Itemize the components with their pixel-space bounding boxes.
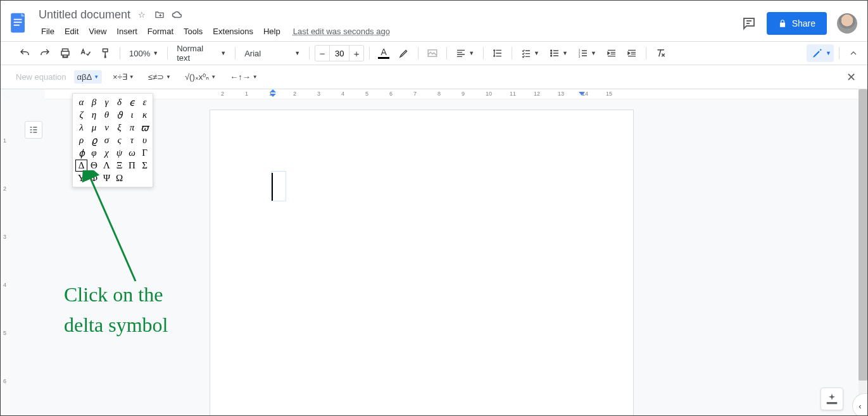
vertical-scrollbar[interactable] bbox=[859, 89, 867, 415]
greek-letter-ψ[interactable]: ψ bbox=[113, 147, 125, 159]
menu-format[interactable]: Format bbox=[142, 24, 179, 39]
greek-letter-ϖ[interactable]: ϖ bbox=[139, 122, 151, 134]
ruler-tick: 6 bbox=[3, 378, 6, 384]
menu-edit[interactable]: Edit bbox=[60, 24, 84, 39]
greek-letter-ϵ[interactable]: ϵ bbox=[126, 96, 138, 108]
spellcheck-button[interactable] bbox=[77, 44, 94, 62]
editing-mode-button[interactable]: ▼ bbox=[807, 44, 834, 62]
greek-letter-ξ[interactable]: ξ bbox=[113, 122, 125, 134]
scrollbar-thumb[interactable] bbox=[859, 89, 867, 381]
menu-tools[interactable]: Tools bbox=[179, 24, 208, 39]
align-button[interactable]: ▼ bbox=[452, 44, 478, 62]
eq-arrows-button[interactable]: ←↑→▼ bbox=[227, 70, 260, 84]
greek-letter-χ[interactable]: χ bbox=[101, 147, 113, 159]
greek-letter-α[interactable]: α bbox=[75, 96, 87, 108]
page[interactable] bbox=[210, 110, 634, 415]
vertical-ruler[interactable]: 12345678 bbox=[1, 99, 11, 415]
greek-letter-ς[interactable]: ς bbox=[113, 134, 125, 146]
eq-greek-button[interactable]: αβΔ▼ bbox=[74, 70, 103, 84]
line-spacing-button[interactable] bbox=[489, 44, 506, 62]
font-combo[interactable]: Arial▼ bbox=[241, 44, 304, 62]
greek-letter-Ξ[interactable]: Ξ bbox=[113, 160, 125, 172]
greek-letter-ρ[interactable]: ρ bbox=[75, 134, 87, 146]
bullet-list-button[interactable]: ▼ bbox=[546, 44, 572, 62]
numbered-list-button[interactable]: 123▼ bbox=[574, 44, 600, 62]
outline-toggle-button[interactable] bbox=[25, 121, 42, 139]
ruler-tick: 2 bbox=[221, 91, 224, 97]
docs-logo-icon[interactable] bbox=[6, 11, 31, 36]
eq-close-button[interactable]: ✕ bbox=[845, 71, 857, 84]
menu-extensions[interactable]: Extensions bbox=[208, 24, 258, 39]
print-button[interactable] bbox=[56, 44, 74, 62]
horizontal-ruler[interactable]: 21123456789101112131415 bbox=[45, 89, 859, 99]
move-icon[interactable] bbox=[153, 8, 166, 21]
doc-title[interactable]: Untitled document bbox=[39, 8, 130, 22]
greek-letter-Ω[interactable]: Ω bbox=[113, 172, 125, 184]
highlight-button[interactable] bbox=[395, 44, 413, 62]
greek-letter-Δ[interactable]: Δ bbox=[75, 160, 87, 172]
eq-math-button[interactable]: √()ₓx⁰ₙ▼ bbox=[182, 70, 219, 84]
greek-letter-Σ[interactable]: Σ bbox=[139, 160, 151, 172]
menu-help[interactable]: Help bbox=[258, 24, 286, 39]
equation-edit-box[interactable] bbox=[271, 171, 286, 201]
explore-button[interactable] bbox=[821, 388, 843, 410]
greek-letter-Γ[interactable]: Γ bbox=[139, 147, 151, 159]
greek-letter-ν[interactable]: ν bbox=[101, 122, 113, 134]
greek-letter-β[interactable]: β bbox=[88, 96, 100, 108]
greek-letter-ι[interactable]: ι bbox=[126, 109, 138, 121]
greek-letter-Λ[interactable]: Λ bbox=[101, 160, 113, 172]
greek-letter-λ[interactable]: λ bbox=[75, 122, 87, 134]
greek-letter-ζ[interactable]: ζ bbox=[75, 109, 87, 121]
menu-view[interactable]: View bbox=[84, 24, 111, 39]
greek-letter-τ[interactable]: τ bbox=[126, 134, 138, 146]
greek-letter-Π[interactable]: Π bbox=[126, 160, 138, 172]
redo-button[interactable] bbox=[36, 44, 54, 62]
greek-letter-γ[interactable]: γ bbox=[101, 96, 113, 108]
indent-increase-button[interactable] bbox=[623, 44, 641, 62]
checklist-button[interactable]: ▼ bbox=[517, 44, 543, 62]
greek-letter-φ[interactable]: φ bbox=[88, 147, 100, 159]
font-size-increase[interactable]: + bbox=[349, 46, 363, 61]
menu-insert[interactable]: Insert bbox=[111, 24, 142, 39]
text-cursor bbox=[272, 173, 273, 201]
indent-decrease-button[interactable] bbox=[603, 44, 620, 62]
greek-letter-π[interactable]: π bbox=[126, 122, 138, 134]
zoom-combo[interactable]: 100%▼ bbox=[125, 44, 162, 62]
paint-format-button[interactable] bbox=[97, 44, 115, 62]
eq-relations-button[interactable]: ≤≠⊃▼ bbox=[145, 70, 174, 84]
insert-image-button[interactable] bbox=[424, 44, 441, 62]
lock-icon bbox=[778, 19, 787, 28]
greek-letter-ε[interactable]: ε bbox=[139, 96, 151, 108]
greek-letter-Θ[interactable]: Θ bbox=[88, 160, 100, 172]
avatar[interactable] bbox=[837, 13, 857, 34]
greek-letter-δ[interactable]: δ bbox=[113, 96, 125, 108]
style-combo[interactable]: Normal text▼ bbox=[173, 44, 230, 62]
greek-letter-υ[interactable]: υ bbox=[139, 134, 151, 146]
clear-formatting-button[interactable] bbox=[651, 44, 669, 62]
cloud-status-icon[interactable] bbox=[171, 8, 184, 21]
greek-letter-ω[interactable]: ω bbox=[126, 147, 138, 159]
comment-history-icon[interactable] bbox=[741, 16, 757, 31]
greek-letter-ϕ[interactable]: ϕ bbox=[75, 147, 87, 159]
hide-menus-button[interactable] bbox=[845, 44, 862, 62]
menu-file[interactable]: File bbox=[36, 24, 60, 39]
font-size-input[interactable] bbox=[329, 46, 349, 61]
star-icon[interactable]: ☆ bbox=[135, 8, 148, 21]
greek-letter-σ[interactable]: σ bbox=[101, 134, 113, 146]
ruler-tick: 10 bbox=[486, 91, 492, 97]
greek-letter-Υ[interactable]: Υ bbox=[75, 172, 87, 184]
greek-letter-ϑ[interactable]: ϑ bbox=[113, 109, 125, 121]
text-color-button[interactable]: A bbox=[375, 44, 393, 62]
greek-letter-θ[interactable]: θ bbox=[101, 109, 113, 121]
undo-button[interactable] bbox=[16, 44, 34, 62]
last-edit-link[interactable]: Last edit was seconds ago bbox=[293, 27, 390, 36]
greek-letter-ϱ[interactable]: ϱ bbox=[88, 134, 100, 146]
eq-operators-button[interactable]: ×÷∃▼ bbox=[110, 70, 137, 84]
greek-letter-Ψ[interactable]: Ψ bbox=[101, 172, 113, 184]
share-button[interactable]: Share bbox=[767, 12, 827, 35]
greek-letter-κ[interactable]: κ bbox=[139, 109, 151, 121]
greek-letter-Φ[interactable]: Φ bbox=[88, 172, 100, 184]
font-size-decrease[interactable]: − bbox=[315, 46, 329, 61]
greek-letter-η[interactable]: η bbox=[88, 109, 100, 121]
greek-letter-μ[interactable]: μ bbox=[88, 122, 100, 134]
